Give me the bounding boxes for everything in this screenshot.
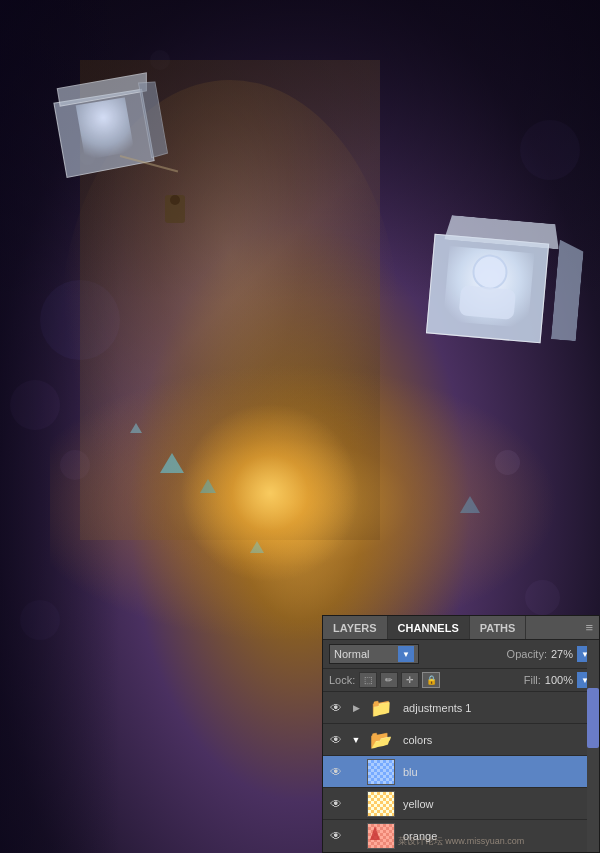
layer-row-adjustments1[interactable]: 👁 ▶ 📁 adjustments 1 [323,692,599,724]
mini-figure [165,195,185,223]
lock-label: Lock: [329,674,355,686]
eye-icon-orange[interactable]: 👁 [327,827,345,845]
lock-row: Lock: ⬚ ✏ ✛ 🔒 Fill: 100% ▼ [323,669,599,692]
layer-name-adjustments1: adjustments 1 [403,702,471,714]
blend-mode-select[interactable]: Normal ▼ [329,644,419,664]
main-image: LAYERS CHANNELS PATHS ≡ Normal ▼ Opacity… [0,0,600,853]
blend-dropdown-arrow[interactable]: ▼ [398,646,414,662]
lock-icons: ⬚ ✏ ✛ 🔒 [359,672,440,688]
layer-row-yellow[interactable]: 👁 yellow [323,788,599,820]
tab-paths[interactable]: PATHS [470,616,527,639]
thumb-colors: 📂 [367,727,395,753]
triangle-5 [250,541,264,553]
eye-icon-yellow[interactable]: 👁 [327,795,345,813]
thumb-adjustments1: 📁 [367,695,395,721]
triangle-1 [160,453,184,473]
lock-pixels-btn[interactable]: ✏ [380,672,398,688]
eye-icon-adjustments1[interactable]: 👁 [327,699,345,717]
cube-top-left [37,70,173,194]
photoshop-panel: LAYERS CHANNELS PATHS ≡ Normal ▼ Opacity… [322,615,600,853]
fill-label: Fill: [524,674,541,686]
layer-name-orange: orange [403,830,437,842]
layer-row-blu[interactable]: 👁 blu [323,756,599,788]
tab-bar: LAYERS CHANNELS PATHS ≡ [323,616,599,640]
scrollbar-thumb[interactable] [587,688,599,748]
cube-right [424,214,586,367]
eye-icon-colors[interactable]: 👁 [327,731,345,749]
lock-all-btn[interactable]: 🔒 [422,672,440,688]
layer-row-orange[interactable]: 👁 orange [323,820,599,852]
light-burst [180,403,360,583]
triangle-2 [200,479,216,493]
layer-row-colors[interactable]: 👁 ▼ 📂 colors [323,724,599,756]
options-row: Normal ▼ Opacity: 27% ▼ [323,640,599,669]
opacity-value[interactable]: 27% [551,648,573,660]
lock-transparent-btn[interactable]: ⬚ [359,672,377,688]
layer-name-blu: blu [403,766,418,778]
triangle-4 [130,423,142,433]
triangle-3 [460,496,480,513]
thumb-orange [367,823,395,849]
panel-menu-icon[interactable]: ≡ [579,616,599,639]
thumb-blu [367,759,395,785]
opacity-label: Opacity: [507,648,547,660]
fill-value[interactable]: 100% [545,674,573,686]
expand-icon-colors[interactable]: ▼ [349,731,363,749]
scrollbar-track [587,640,599,852]
layer-name-yellow: yellow [403,798,434,810]
expand-icon-adjustments1[interactable]: ▶ [349,699,363,717]
tab-layers[interactable]: LAYERS [323,616,388,639]
lock-position-btn[interactable]: ✛ [401,672,419,688]
eye-icon-blu[interactable]: 👁 [327,763,345,781]
tab-channels[interactable]: CHANNELS [388,616,470,639]
layer-name-colors: colors [403,734,432,746]
thumb-yellow [367,791,395,817]
